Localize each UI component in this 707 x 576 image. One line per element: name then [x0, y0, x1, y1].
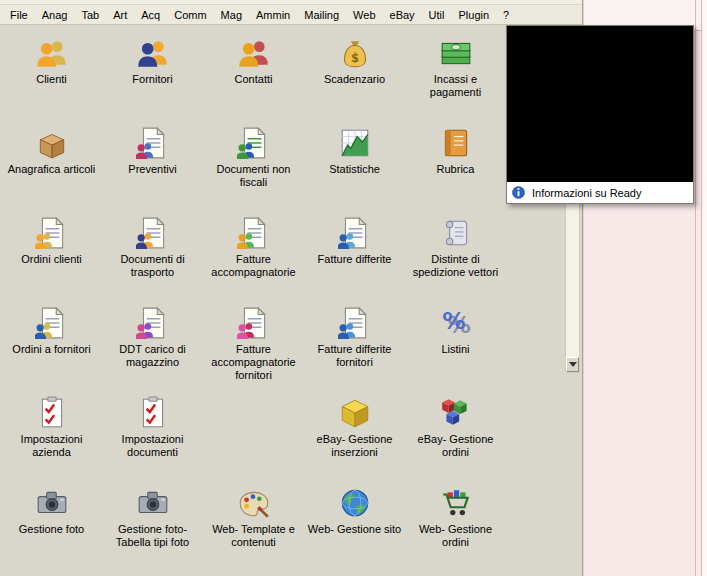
launcher-grid: Clienti Fornitori Contatti Scadenzario I… — [1, 30, 506, 570]
launcher-label: Documenti di trasporto — [105, 253, 201, 279]
launcher-label: Distinte di spedizione vettori — [408, 253, 504, 279]
right-panel-edge — [701, 0, 707, 576]
document-people-icon — [338, 216, 372, 250]
launcher-gestione-foto-tipi[interactable]: Gestione foto- Tabella tipi foto — [102, 480, 203, 570]
launcher-impostazioni-azienda[interactable]: Impostazioni azienda — [1, 390, 102, 480]
launcher-label: Web- Template e contenuti — [206, 523, 302, 549]
menubar-item-web[interactable]: Web — [346, 7, 382, 23]
camera-icon — [35, 486, 69, 520]
launcher-web-sito[interactable]: Web- Gestione sito — [304, 480, 405, 570]
cart-icon — [439, 486, 473, 520]
globe-icon — [338, 486, 372, 520]
document-people-icon — [136, 126, 170, 160]
checklist-icon — [136, 396, 170, 430]
launcher-fatture-accompagnatorie[interactable]: Fatture accompagnatorie — [203, 210, 304, 300]
launcher-fatture-accompagnatorie-fornitori[interactable]: Fatture accompagnatorie fornitori — [203, 300, 304, 390]
launcher-label: Ordini clienti — [21, 253, 82, 266]
launcher-fatture-differite[interactable]: Fatture differite — [304, 210, 405, 300]
cash-stack-icon — [439, 36, 473, 70]
menubar: File Anag Tab Art Acq Comm Mag Ammin Mai… — [0, 5, 582, 25]
launcher-label: Incassi e pagamenti — [408, 73, 504, 99]
launcher-impostazioni-documenti[interactable]: Impostazioni documenti — [102, 390, 203, 480]
percent-icon — [439, 306, 473, 340]
document-people-icon — [35, 306, 69, 340]
menubar-item-mag[interactable]: Mag — [214, 7, 249, 23]
menubar-item-help[interactable]: ? — [496, 7, 516, 23]
launcher-label: Fatture differite — [318, 253, 392, 266]
info-icon — [511, 185, 526, 200]
launcher-label: Scadenzario — [324, 73, 385, 86]
scroll-icon — [439, 216, 473, 250]
menu-item-informazioni[interactable]: Informazioni su Ready — [507, 182, 693, 203]
launcher-distinte-spedizione[interactable]: Distinte di spedizione vettori — [405, 210, 506, 300]
document-people-icon — [237, 216, 271, 250]
launcher-label: Fatture accompagnatorie fornitori — [206, 343, 302, 382]
launcher-rubrica[interactable]: Rubrica — [405, 120, 506, 210]
launcher-gestione-foto[interactable]: Gestione foto — [1, 480, 102, 570]
launcher-listini[interactable]: Listini — [405, 300, 506, 390]
launcher-web-ordini[interactable]: Web- Gestione ordini — [405, 480, 506, 570]
launcher-documenti-non-fiscali[interactable]: Documenti non fiscali — [203, 120, 304, 210]
launcher-label: Web- Gestione sito — [308, 523, 401, 536]
help-dropdown-menu: Informazioni su Ready — [506, 25, 694, 204]
launcher-statistiche[interactable]: Statistiche — [304, 120, 405, 210]
empty-grid-cell — [203, 390, 304, 480]
menubar-item-ammin[interactable]: Ammin — [249, 7, 297, 23]
launcher-ordini-clienti[interactable]: Ordini clienti — [1, 210, 102, 300]
menubar-item-anag[interactable]: Anag — [35, 7, 75, 23]
launcher-label: Fatture differite fornitori — [307, 343, 403, 369]
launcher-incassi-pagamenti[interactable]: Incassi e pagamenti — [405, 30, 506, 120]
launcher-preventivi[interactable]: Preventivi — [102, 120, 203, 210]
menubar-item-mailing[interactable]: Mailing — [297, 7, 346, 23]
launcher-label: Gestione foto- Tabella tipi foto — [105, 523, 201, 549]
launcher-label: Impostazioni documenti — [105, 433, 201, 459]
launcher-label: eBay- Gestione ordini — [408, 433, 504, 459]
launcher-ordini-fornitori[interactable]: Ordini a fornitori — [1, 300, 102, 390]
launcher-label: Gestione foto — [19, 523, 84, 536]
document-people-icon — [35, 216, 69, 250]
launcher-clienti[interactable]: Clienti — [1, 30, 102, 120]
launcher-label: Anagrafica articoli — [8, 163, 95, 176]
launcher-label: Listini — [441, 343, 469, 356]
launcher-web-template[interactable]: Web- Template e contenuti — [203, 480, 304, 570]
launcher-ddt-carico[interactable]: DDT carico di magazzino — [102, 300, 203, 390]
suppliers-icon — [136, 36, 170, 70]
launcher-ebay-inserzioni[interactable]: eBay- Gestione inserzioni — [304, 390, 405, 480]
launcher-fornitori[interactable]: Fornitori — [102, 30, 203, 120]
palette-icon — [237, 486, 271, 520]
menubar-item-comm[interactable]: Comm — [167, 7, 213, 23]
box-icon — [35, 126, 69, 160]
vertical-divider — [695, 0, 696, 576]
launcher-contatti[interactable]: Contatti — [203, 30, 304, 120]
document-people-icon — [237, 126, 271, 160]
camera-icon — [136, 486, 170, 520]
launcher-label: Impostazioni azienda — [4, 433, 100, 459]
launcher-label: Web- Gestione ordini — [408, 523, 504, 549]
launcher-label: Documenti non fiscali — [206, 163, 302, 189]
app-window: File Anag Tab Art Acq Comm Mag Ammin Mai… — [0, 0, 707, 576]
launcher-documenti-trasporto[interactable]: Documenti di trasporto — [102, 210, 203, 300]
menubar-item-tab[interactable]: Tab — [74, 7, 106, 23]
money-bag-icon — [338, 36, 372, 70]
cubes-icon — [439, 396, 473, 430]
menubar-item-art[interactable]: Art — [106, 7, 134, 23]
menubar-item-file[interactable]: File — [3, 7, 35, 23]
launcher-fatture-differite-fornitori[interactable]: Fatture differite fornitori — [304, 300, 405, 390]
scrollbar-down-button[interactable] — [566, 357, 579, 372]
launcher-ebay-ordini[interactable]: eBay- Gestione ordini — [405, 390, 506, 480]
launcher-anagrafica-articoli[interactable]: Anagrafica articoli — [1, 120, 102, 210]
document-people-icon — [237, 306, 271, 340]
menubar-item-acq[interactable]: Acq — [134, 7, 167, 23]
launcher-scadenzario[interactable]: Scadenzario — [304, 30, 405, 120]
chart-icon — [338, 126, 372, 160]
menubar-item-ebay[interactable]: eBay — [383, 7, 422, 23]
launcher-label: Preventivi — [128, 163, 176, 176]
launcher-label: DDT carico di magazzino — [105, 343, 201, 369]
document-people-icon — [338, 306, 372, 340]
cube-icon — [338, 396, 372, 430]
address-book-icon — [439, 126, 473, 160]
redacted-area — [507, 26, 693, 182]
launcher-label: Rubrica — [437, 163, 475, 176]
menubar-item-plugin[interactable]: Plugin — [452, 7, 497, 23]
menubar-item-util[interactable]: Util — [422, 7, 452, 23]
